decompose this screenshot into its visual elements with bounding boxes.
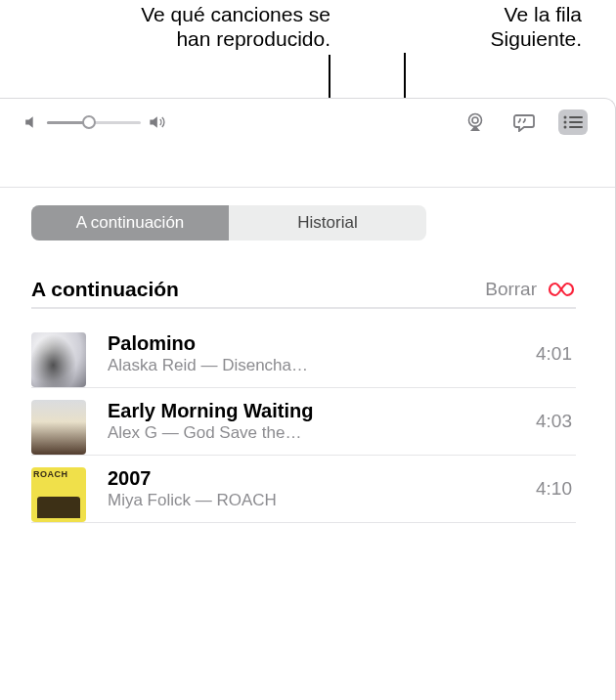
track-title: Palomino xyxy=(108,332,507,355)
section-title: A continuación xyxy=(31,278,179,301)
track-list: PalominoAlaska Reid — Disencha…4:01Early… xyxy=(31,321,576,523)
volume-low-icon xyxy=(22,112,41,132)
track-row[interactable]: ROACH2007Miya Folick — ROACH4:10 xyxy=(31,456,576,523)
tab-history[interactable]: Historial xyxy=(229,205,426,241)
svg-point-2 xyxy=(564,116,567,119)
track-title: 2007 xyxy=(108,467,507,490)
track-title: Early Morning Waiting xyxy=(108,400,507,422)
tab-up-next[interactable]: A continuación xyxy=(31,205,229,241)
svg-point-0 xyxy=(472,117,478,123)
svg-point-1 xyxy=(469,114,482,127)
callout-history: Ve qué canciones se han reproducido. xyxy=(96,2,330,51)
track-row[interactable]: PalominoAlaska Reid — Disencha…4:01 xyxy=(31,321,576,388)
track-duration: 4:03 xyxy=(536,411,572,432)
track-duration: 4:10 xyxy=(536,478,572,500)
track-duration: 4:01 xyxy=(536,343,572,365)
queue-button[interactable] xyxy=(558,109,588,135)
section-header: A continuación Borrar xyxy=(31,278,576,309)
autoplay-button[interactable] xyxy=(547,281,576,298)
lyrics-button[interactable] xyxy=(509,109,539,135)
clear-button[interactable]: Borrar xyxy=(485,279,537,300)
svg-point-3 xyxy=(564,121,567,124)
volume-thumb[interactable] xyxy=(82,115,96,129)
volume-control[interactable] xyxy=(22,112,166,132)
track-row[interactable]: Early Morning WaitingAlex G — God Save t… xyxy=(31,388,576,456)
queue-panel: A continuación Historial A continuación … xyxy=(0,187,615,700)
track-subtitle: Miya Folick — ROACH xyxy=(108,491,507,510)
svg-point-4 xyxy=(564,126,567,129)
volume-slider[interactable] xyxy=(47,121,141,124)
album-art xyxy=(31,400,86,455)
track-subtitle: Alaska Reid — Disencha… xyxy=(108,356,507,375)
track-subtitle: Alex G — God Save the… xyxy=(108,423,507,443)
segmented-control: A continuación Historial xyxy=(31,205,426,241)
airplay-button[interactable] xyxy=(461,109,490,135)
album-art: ROACH xyxy=(31,467,86,522)
volume-high-icon xyxy=(147,112,166,132)
toolbar xyxy=(0,99,615,146)
callout-queue-button: Ve la fila Siguiente. xyxy=(386,2,582,51)
music-panel: A continuación Historial A continuación … xyxy=(0,98,616,700)
album-art xyxy=(31,332,86,387)
